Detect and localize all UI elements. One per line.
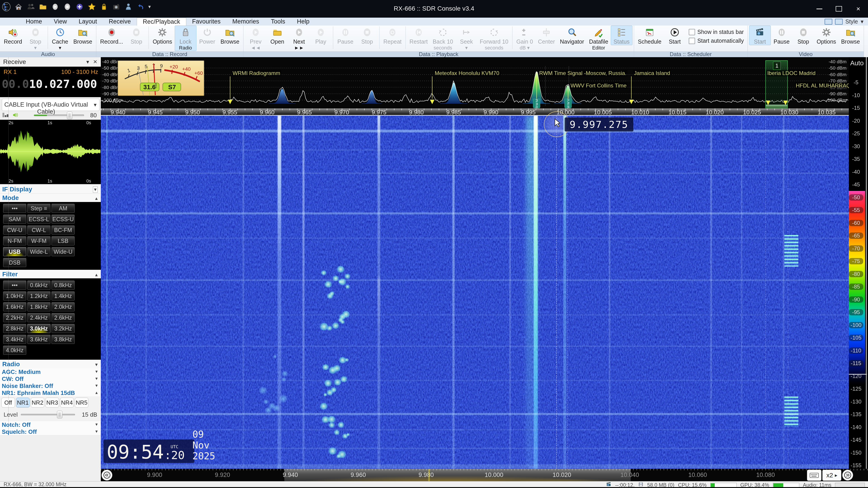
- ribbon-button-open[interactable]: Open: [267, 26, 288, 45]
- selection-edge-arrow[interactable]: [766, 101, 770, 105]
- mode-button-dsb[interactable]: DSB: [3, 258, 26, 267]
- mode-button-step[interactable]: Step ≡: [27, 204, 51, 213]
- minimize-button[interactable]: [810, 0, 829, 18]
- nr-button-nr2[interactable]: NR2: [31, 398, 44, 408]
- mode-button-cw-u[interactable]: CW-U: [3, 225, 26, 234]
- zoom-level-button[interactable]: x2▸: [822, 470, 841, 481]
- waterfall-color-legend[interactable]: Auto -5-10-15-20-25-30-35-40-45-50-55-60…: [849, 57, 868, 469]
- level-slider-handle[interactable]: [57, 411, 62, 418]
- menu-tab-home[interactable]: Home: [20, 18, 48, 25]
- ribbon-button-seek[interactable]: Seek▾: [456, 26, 477, 51]
- spectrum-frequency-ruler[interactable]: 9.9409.9459.9509.9559.9609.9659.9709.975…: [101, 108, 849, 116]
- filter-button-3-8khz[interactable]: 3.8kHz: [52, 335, 74, 344]
- ribbon-button-options[interactable]: Options: [150, 26, 175, 45]
- filter-button-4-0khz[interactable]: 4.0kHz: [3, 346, 26, 355]
- band-overview-bar[interactable]: 9.9009.9209.9409.9609.98010.00010.02010.…: [101, 469, 868, 481]
- mode-button-lsb[interactable]: LSB: [52, 236, 74, 246]
- radio-row-notch-off[interactable]: Notch: Off▾: [0, 421, 101, 428]
- ribbon-button-browse[interactable]: Browse: [839, 26, 862, 45]
- menu-tab-help[interactable]: Help: [291, 18, 315, 25]
- menu-tab-receive[interactable]: Receive: [103, 18, 137, 25]
- checkbox-start-automatically[interactable]: Start automatically: [689, 37, 744, 44]
- mode-button-bc-fm[interactable]: BC-FM: [52, 225, 74, 234]
- ribbon-button-pause[interactable]: Pause: [771, 26, 793, 45]
- ribbon-button-center[interactable]: Center: [535, 26, 557, 45]
- mode-button-n-fm[interactable]: N-FM: [3, 236, 26, 246]
- ribbon-button-status[interactable]: Status: [611, 26, 632, 45]
- station-label-rwm-time-signal-moscow-russia[interactable]: RWM Time Signal -Moscow, Russia.: [538, 70, 627, 76]
- ribbon-button-back-10[interactable]: Back 10seconds: [430, 26, 456, 51]
- mode-button-ecss-u[interactable]: ECSS-U: [52, 215, 74, 224]
- mode-button-[interactable]: •••: [3, 204, 26, 213]
- ribbon-button-navigator[interactable]: Navigator: [557, 26, 587, 45]
- mode-button-ecss-l[interactable]: ECSS-L: [27, 215, 51, 224]
- nr-button-off[interactable]: Off: [1, 398, 15, 408]
- radio-row-nr1-ephraim-malah-15db[interactable]: NR1: Ephraim Malah 15dB▴: [0, 389, 101, 396]
- menu-tab-rec-playback[interactable]: Rec/Playback: [137, 18, 186, 26]
- ribbon-button-pause[interactable]: Pause: [335, 26, 356, 45]
- radio-row-noise-blanker-off[interactable]: Noise Blanker: Off▾: [0, 382, 101, 390]
- chevron-icon[interactable]: ▾: [95, 429, 98, 434]
- style-menu[interactable]: Style: [845, 18, 858, 25]
- mode-button-wide-l[interactable]: Wide-L: [27, 247, 51, 256]
- chevron-icon[interactable]: ▾: [95, 376, 98, 381]
- chevron-icon[interactable]: ▾: [93, 186, 98, 193]
- ribbon-button-forward-10[interactable]: Forward 10seconds: [477, 26, 511, 51]
- volume-slider-track[interactable]: [34, 115, 84, 116]
- close-button[interactable]: ×: [848, 0, 868, 18]
- filter-button-3-6khz[interactable]: 3.6kHz: [27, 335, 51, 344]
- ribbon-button-gain-0[interactable]: Gain 0dB ▾: [514, 26, 535, 51]
- chevron-icon[interactable]: ▾: [95, 422, 98, 427]
- chevron-icon[interactable]: ▾: [95, 362, 98, 367]
- overview-scroll-right-button[interactable]: [842, 470, 853, 481]
- chevron-icon[interactable]: ▴: [95, 195, 98, 201]
- waterfall-display[interactable]: 09:54UTC:2009 Nov2025: [101, 116, 849, 469]
- radio-row-agc-medium[interactable]: AGC: Medium▾: [0, 368, 101, 376]
- chevron-icon[interactable]: ▾: [95, 369, 98, 374]
- ribbon-button-lock[interactable]: LockRadio: [175, 26, 196, 51]
- ribbon-button-browse[interactable]: Browse: [71, 26, 95, 45]
- filter-button-[interactable]: •••: [3, 281, 26, 290]
- filter-button-1-8khz[interactable]: 1.8kHz: [27, 302, 51, 311]
- keyboard-entry-button[interactable]: [807, 470, 822, 481]
- filter-button-2-6khz[interactable]: 2.6kHz: [52, 313, 74, 322]
- mode-button-cw-l[interactable]: CW-L: [27, 225, 51, 234]
- ribbon-button-record[interactable]: Record: [1, 26, 25, 45]
- ribbon-button-stop[interactable]: Stop▾: [25, 26, 46, 51]
- filter-button-2-8khz[interactable]: 2.8kHz: [3, 324, 26, 333]
- mode-button-wide-u[interactable]: Wide-U: [52, 247, 74, 256]
- station-label-hfdl-al-muharraq-bahra[interactable]: HFDL AL MUHARRAQ - BAHRA: [795, 83, 849, 89]
- ribbon-button-options[interactable]: Options: [814, 26, 839, 45]
- chevron-icon[interactable]: ▴: [95, 390, 98, 395]
- section-filter[interactable]: Filter▴: [0, 270, 101, 279]
- ribbon-button-browse[interactable]: Browse: [218, 26, 242, 45]
- ribbon-button-start[interactable]: Start: [749, 26, 771, 45]
- frequency-readout[interactable]: 00.010.027.000: [2, 77, 97, 91]
- mode-button-w-fm[interactable]: W-FM: [27, 236, 51, 246]
- menu-tab-layout[interactable]: Layout: [73, 18, 103, 25]
- filter-button-1-0khz[interactable]: 1.0kHz: [3, 291, 26, 300]
- filter-button-2-4khz[interactable]: 2.4kHz: [27, 313, 51, 322]
- filter-button-3-0khz[interactable]: 3.0kHz: [27, 324, 51, 333]
- filter-button-1-4khz[interactable]: 1.4kHz: [52, 291, 74, 300]
- audio-source-select[interactable]: CABLE Input (VB-Audio Virtual Cable)▾: [2, 99, 99, 111]
- mode-button-am[interactable]: AM: [52, 204, 74, 213]
- ribbon-button-prev[interactable]: Prev◄◄: [245, 26, 267, 51]
- station-label-meteofax-honolulu-kvm70[interactable]: Meteofax Honolulu KVM70: [434, 70, 500, 76]
- ribbon-button-start[interactable]: Start: [664, 26, 686, 45]
- panel-menu-icon[interactable]: ▾: [86, 59, 89, 65]
- ribbon-button-stop[interactable]: Stop: [125, 26, 147, 45]
- ribbon-button-datafile[interactable]: DatafileEditor: [587, 26, 611, 51]
- ribbon-button-restart[interactable]: Restart: [407, 26, 430, 45]
- radio-row-squelch-off[interactable]: Squelch: Off▾: [0, 428, 101, 435]
- radio-row-cw-off[interactable]: CW: Off▾: [0, 375, 101, 383]
- display-icon[interactable]: [825, 19, 832, 25]
- chevron-down-icon[interactable]: ▾: [861, 18, 864, 25]
- nr-button-nr3[interactable]: NR3: [45, 398, 59, 408]
- ribbon-button-next[interactable]: Next►►: [288, 26, 310, 51]
- panel-close-icon[interactable]: ×: [93, 58, 97, 66]
- filter-button-1-6khz[interactable]: 1.6kHz: [3, 302, 26, 311]
- speaker-icon[interactable]: [12, 111, 19, 119]
- section-if-display[interactable]: IF Display▾: [0, 185, 101, 194]
- ribbon-button-play[interactable]: Play: [310, 26, 332, 45]
